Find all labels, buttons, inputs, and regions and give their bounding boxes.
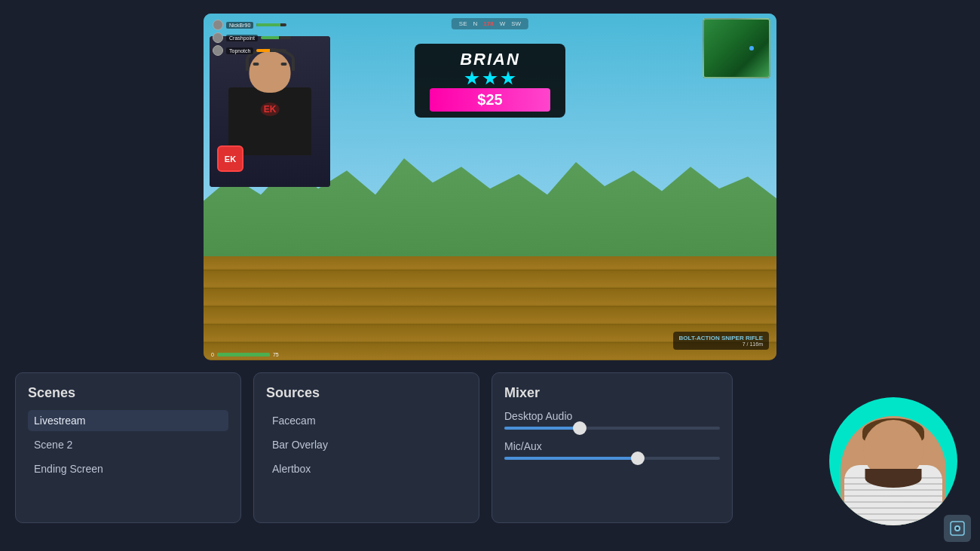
hp-value: 75 [273, 352, 279, 357]
ammo-count: 7 / 116m [679, 341, 763, 347]
avatar-person [841, 416, 946, 525]
player-name-1: NickBr90 [226, 22, 253, 29]
mic-aux-fill [504, 457, 638, 460]
player-avatar-1 [213, 20, 223, 30]
game-preview-container: EK Brian $25 SE N 178 W SW [204, 14, 776, 360]
streamer-shirt [228, 87, 311, 155]
streamer-avatar-container [829, 390, 965, 525]
mixer-panel: Mixer Desktop Audio Mic/Aux [492, 372, 733, 523]
streamer-head [250, 51, 291, 93]
scenes-panel-title: Scenes [28, 385, 228, 401]
hp-shield-bars: 0 75 [211, 352, 279, 357]
mixer-panel-title: Mixer [504, 385, 720, 401]
player-avatar-3 [213, 45, 223, 56]
beard [865, 469, 922, 488]
desktop-audio-thumb[interactable] [573, 421, 586, 435]
sources-list: Facecam Bar Overlay Alertbox [266, 410, 467, 479]
sources-panel-title: Sources [266, 385, 467, 401]
mic-aux-slider-track[interactable] [504, 457, 720, 460]
streamer-cam: EK [210, 36, 330, 187]
source-item-alertbox[interactable]: Alertbox [266, 458, 467, 479]
game-preview: EK Brian $25 SE N 178 W SW [204, 14, 776, 360]
star-icon [464, 71, 479, 86]
scene-item-livestream[interactable]: Livestream [28, 410, 228, 431]
source-item-facecam[interactable]: Facecam [266, 410, 467, 431]
obs-icon[interactable] [944, 515, 971, 542]
player-row-2: Crashpoint [213, 32, 291, 43]
player-name-3: Topnotch [226, 47, 253, 54]
hud-players-list: NickBr90 Crashpoint Topnotch [204, 20, 776, 56]
player-name-2: Crashpoint [226, 35, 258, 41]
source-item-bar-overlay[interactable]: Bar Overlay [266, 434, 467, 455]
hp-label: 0 [211, 352, 214, 357]
player-row-1: NickBr90 [213, 20, 291, 30]
desktop-audio-label: Desktop Audio [504, 410, 720, 422]
donation-amount: $25 [430, 88, 550, 112]
sources-panel: Sources Facecam Bar Overlay Alertbox [253, 372, 479, 523]
mixer-channel-mic: Mic/Aux [504, 440, 720, 460]
star-icon [501, 71, 516, 86]
player-avatar-2 [213, 32, 223, 43]
hud-players: NickBr90 Crashpoint Topnotch [213, 20, 291, 56]
star-icon [482, 71, 498, 86]
weapon-name: BOLT-ACTION SNIPER RIFLE [679, 335, 763, 341]
svg-point-2 [956, 527, 959, 530]
desktop-audio-slider-track[interactable] [504, 427, 720, 430]
mic-aux-label: Mic/Aux [504, 440, 720, 452]
mic-aux-thumb[interactable] [631, 452, 645, 465]
scenes-list: Livestream Scene 2 Ending Screen [28, 410, 228, 479]
bottom-area: Scenes Livestream Scene 2 Ending Screen … [0, 360, 980, 537]
scene-item-scene2[interactable]: Scene 2 [28, 434, 228, 455]
scene-item-ending-screen[interactable]: Ending Screen [28, 458, 228, 479]
donation-stars [430, 71, 550, 86]
ek-logo-badge: EK [217, 145, 243, 172]
weapon-info: BOLT-ACTION SNIPER RIFLE 7 / 116m [673, 332, 769, 350]
avatar-head [863, 420, 923, 480]
scenes-panel: Scenes Livestream Scene 2 Ending Screen [15, 372, 241, 523]
mixer-channel-desktop: Desktop Audio [504, 410, 720, 430]
hud-bottom: 0 75 BOLT-ACTION SNIPER RIFLE 7 / 116m [204, 352, 776, 357]
streamer-avatar-circle [829, 397, 957, 525]
player-row-3: Topnotch [213, 45, 291, 56]
desktop-audio-fill [504, 427, 580, 430]
